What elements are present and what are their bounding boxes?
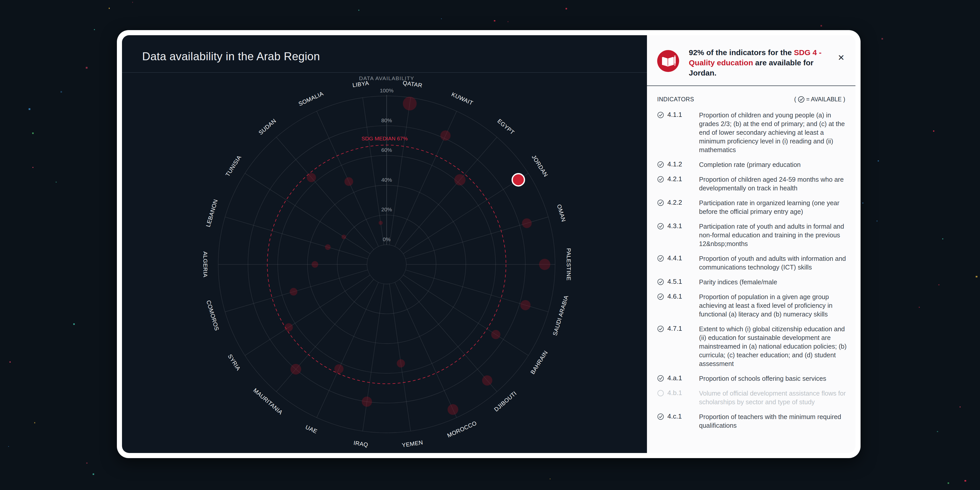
indicator-id: 4.1.2 (667, 160, 697, 169)
country-bubble-yemen[interactable] (397, 360, 405, 368)
speckle-dot (93, 473, 94, 475)
speckle-dot (10, 361, 11, 363)
country-bubble-djibouti[interactable] (482, 375, 492, 386)
country-label-iraq[interactable]: IRAQ (353, 440, 369, 448)
country-label-lebanon[interactable]: LEBANON (205, 199, 219, 228)
check-circle-icon (657, 254, 666, 272)
country-bubble-oman[interactable] (522, 218, 531, 228)
country-bubble-saudi-arabia[interactable] (520, 300, 531, 310)
speckle-dot (441, 18, 442, 19)
indicator-description: Proportion of children and young people … (699, 111, 849, 154)
indicator-row: 4.2.2Participation rate in organized lea… (657, 199, 849, 216)
country-label-bahrain[interactable]: BAHRAIN (529, 349, 549, 375)
country-bubble-sudan[interactable] (307, 173, 316, 182)
country-label-saudi-arabia[interactable]: SAUDI ARABIA (552, 294, 570, 336)
speckle-dot (550, 479, 550, 479)
grid-spoke (399, 137, 497, 250)
indicator-description: Proportion of youth and adults with info… (699, 254, 849, 272)
country-label-qatar[interactable]: QATAR (402, 80, 423, 89)
open-book-pencil-icon (657, 50, 679, 72)
axis-tick-label: 0% (383, 236, 390, 242)
indicator-row: 4.1.2Completion rate (primary education (657, 160, 849, 169)
country-bubble-egypt[interactable] (454, 174, 466, 186)
check-circle-icon (657, 325, 666, 368)
speckle-dot (29, 108, 30, 110)
check-circle-icon (657, 222, 666, 248)
indicator-description: Proportion of children aged 24-59 months… (699, 175, 849, 192)
grid-spoke (363, 284, 384, 431)
highlighted-country-bubble-jordan[interactable] (512, 173, 525, 186)
country-bubble-qatar[interactable] (403, 97, 417, 110)
grid-spoke (390, 284, 410, 431)
country-label-sudan[interactable]: SUDAN (258, 118, 277, 136)
country-label-morocco[interactable]: MOROCCO (446, 420, 477, 439)
dashboard-card: Data availability in the Arab Region 0%2… (117, 30, 861, 458)
speckle-dot (86, 67, 88, 68)
indicator-row: 4.7.1Extent to which (i) global citizens… (657, 325, 849, 368)
country-label-oman[interactable]: OMAN (556, 204, 567, 223)
country-label-mauritania[interactable]: MAURITANIA (252, 387, 284, 416)
country-label-djibouti[interactable]: DJIBOUTI (493, 390, 518, 413)
country-label-tunisia[interactable]: TUNISIA (224, 154, 242, 178)
country-bubble-somalia[interactable] (345, 177, 353, 186)
indicators-header-row: INDICATORS ( = AVAILABLE ) (657, 96, 845, 103)
country-bubble-libya[interactable] (379, 221, 383, 225)
country-label-somalia[interactable]: SOMALIA (298, 90, 325, 107)
speckle-dot (942, 239, 943, 239)
indicator-row: 4.a.1Proportion of schools offering basi… (657, 374, 849, 383)
country-label-uae[interactable]: UAE (304, 424, 318, 435)
indicator-id: 4.3.1 (667, 222, 697, 248)
indicator-id: 4.c.1 (667, 412, 697, 430)
speckle-dot (56, 182, 57, 183)
check-circle-icon (657, 160, 666, 169)
speckle-dot (877, 221, 878, 221)
country-label-syria[interactable]: SYRIA (227, 353, 242, 372)
available-legend: ( = AVAILABLE ) (794, 96, 845, 103)
country-bubble-lebanon[interactable] (325, 244, 331, 250)
country-bubble-iraq[interactable] (362, 396, 372, 407)
country-bubble-palestine[interactable] (539, 259, 550, 270)
indicator-id: 4.7.1 (667, 325, 697, 368)
indicator-row: 4.3.1Participation rate of youth and adu… (657, 222, 849, 248)
legend-suffix: = AVAILABLE ) (806, 96, 845, 103)
country-bubble-comoros[interactable] (290, 288, 298, 296)
country-bubble-uae[interactable] (334, 364, 344, 373)
country-bubble-kuwait[interactable] (441, 130, 451, 141)
speckle-dot (132, 2, 133, 3)
country-bubble-mauritania[interactable] (290, 364, 301, 375)
check-circle-icon (798, 96, 805, 103)
country-label-kuwait[interactable]: KUWAIT (450, 91, 474, 107)
indicator-id: 4.b.1 (667, 389, 697, 406)
check-circle-icon (657, 199, 666, 216)
speckle-dot (821, 25, 822, 26)
country-bubble-algeria[interactable] (312, 261, 318, 268)
country-bubble-bahrain[interactable] (491, 330, 501, 339)
indicator-row: 4.b.1Volume of official development assi… (657, 389, 849, 406)
country-label-comoros[interactable]: COMOROS (205, 300, 220, 331)
speckle-dot (73, 323, 75, 325)
country-label-algeria[interactable]: ALGERIA (202, 251, 208, 277)
legend-open-paren: ( (794, 96, 796, 103)
panel-divider (647, 86, 856, 86)
speckle-dot (937, 431, 938, 432)
speckle-dot (933, 130, 934, 132)
indicator-row: 4.c.1Proportion of teachers with the min… (657, 412, 849, 430)
indicator-id: 4.2.2 (667, 199, 697, 216)
axis-tick-label: 40% (381, 177, 392, 183)
indicators-label: INDICATORS (657, 96, 694, 103)
country-bubble-morocco[interactable] (448, 404, 458, 415)
country-bubble-syria[interactable] (285, 323, 293, 331)
country-label-jordan[interactable]: JORDAN (531, 154, 549, 178)
speckle-dot (60, 91, 62, 93)
grid-ring (367, 245, 406, 284)
country-label-palestine[interactable]: PALESTINE (566, 248, 572, 281)
close-icon[interactable]: ✕ (835, 52, 847, 63)
indicator-row: 4.1.1Proportion of children and young pe… (657, 111, 849, 154)
speckle-dot (494, 20, 495, 22)
country-bubble-tunisia[interactable] (342, 234, 346, 239)
country-label-libya[interactable]: LIBYA (352, 80, 369, 89)
country-label-yemen[interactable]: YEMEN (401, 439, 423, 449)
indicator-id: 4.a.1 (667, 374, 697, 383)
country-label-egypt[interactable]: EGYPT (496, 118, 515, 136)
speckle-dot (862, 202, 863, 204)
